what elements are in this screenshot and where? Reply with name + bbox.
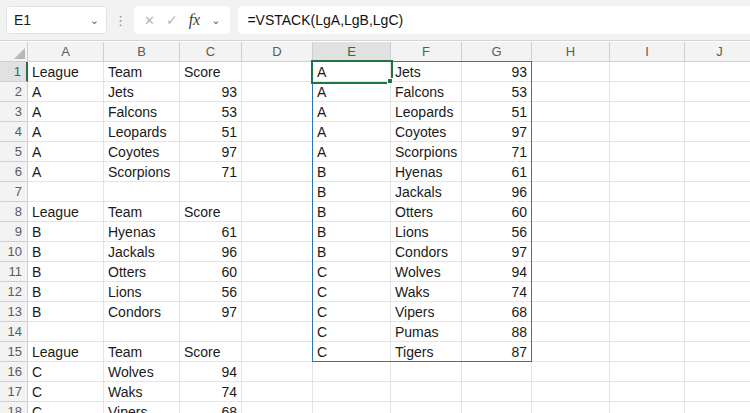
fx-chevron-icon[interactable]: ⌄ xyxy=(211,15,220,26)
cell-J10[interactable] xyxy=(685,242,750,262)
cell-A11[interactable]: B xyxy=(28,262,104,282)
row-header-6[interactable]: 6 xyxy=(0,162,28,182)
cell-G1[interactable]: 93 xyxy=(462,62,532,82)
row-header-3[interactable]: 3 xyxy=(0,102,28,122)
cell-F5[interactable]: Scorpions xyxy=(391,142,462,162)
cell-H4[interactable] xyxy=(532,122,610,142)
cell-F1[interactable]: Jets xyxy=(391,62,462,82)
cell-G8[interactable]: 60 xyxy=(462,202,532,222)
cell-E10[interactable]: B xyxy=(313,242,391,262)
cell-A3[interactable]: A xyxy=(28,102,104,122)
row-header-14[interactable]: 14 xyxy=(0,322,28,342)
cell-I12[interactable] xyxy=(610,282,685,302)
cell-F6[interactable]: Hyenas xyxy=(391,162,462,182)
cell-B2[interactable]: Jets xyxy=(104,82,180,102)
cell-D7[interactable] xyxy=(242,182,313,202)
cell-G11[interactable]: 94 xyxy=(462,262,532,282)
cell-E9[interactable]: B xyxy=(313,222,391,242)
cell-D6[interactable] xyxy=(242,162,313,182)
cell-E1[interactable]: A xyxy=(313,62,391,82)
cell-A6[interactable]: A xyxy=(28,162,104,182)
cell-G7[interactable]: 96 xyxy=(462,182,532,202)
cell-J2[interactable] xyxy=(685,82,750,102)
cell-D12[interactable] xyxy=(242,282,313,302)
cell-F18[interactable] xyxy=(391,402,462,413)
cell-C1[interactable]: Score xyxy=(180,62,242,82)
cell-G2[interactable]: 53 xyxy=(462,82,532,102)
cell-C17[interactable]: 74 xyxy=(180,382,242,402)
cell-H18[interactable] xyxy=(532,402,610,413)
cell-G10[interactable]: 97 xyxy=(462,242,532,262)
cell-D4[interactable] xyxy=(242,122,313,142)
cell-A13[interactable]: B xyxy=(28,302,104,322)
cell-E4[interactable]: A xyxy=(313,122,391,142)
cell-B14[interactable] xyxy=(104,322,180,342)
cell-E5[interactable]: A xyxy=(313,142,391,162)
cell-J5[interactable] xyxy=(685,142,750,162)
cell-I2[interactable] xyxy=(610,82,685,102)
cell-A12[interactable]: B xyxy=(28,282,104,302)
cell-I8[interactable] xyxy=(610,202,685,222)
cell-C6[interactable]: 71 xyxy=(180,162,242,182)
cell-J11[interactable] xyxy=(685,262,750,282)
row-header-17[interactable]: 17 xyxy=(0,382,28,402)
cell-J14[interactable] xyxy=(685,322,750,342)
cell-B5[interactable]: Coyotes xyxy=(104,142,180,162)
cell-D13[interactable] xyxy=(242,302,313,322)
cell-G12[interactable]: 74 xyxy=(462,282,532,302)
cell-G3[interactable]: 51 xyxy=(462,102,532,122)
cell-E17[interactable] xyxy=(313,382,391,402)
cell-H12[interactable] xyxy=(532,282,610,302)
row-header-5[interactable]: 5 xyxy=(0,142,28,162)
cell-B4[interactable]: Leopards xyxy=(104,122,180,142)
row-header-10[interactable]: 10 xyxy=(0,242,28,262)
cell-H8[interactable] xyxy=(532,202,610,222)
cell-F10[interactable]: Condors xyxy=(391,242,462,262)
cell-I16[interactable] xyxy=(610,362,685,382)
cell-C5[interactable]: 97 xyxy=(180,142,242,162)
cell-C18[interactable]: 68 xyxy=(180,402,242,413)
cell-B7[interactable] xyxy=(104,182,180,202)
cell-H13[interactable] xyxy=(532,302,610,322)
cell-E3[interactable]: A xyxy=(313,102,391,122)
cell-I1[interactable] xyxy=(610,62,685,82)
column-header-E[interactable]: E xyxy=(313,42,391,62)
column-header-D[interactable]: D xyxy=(242,42,313,62)
cell-E2[interactable]: A xyxy=(313,82,391,102)
cell-I13[interactable] xyxy=(610,302,685,322)
cell-H16[interactable] xyxy=(532,362,610,382)
cell-I6[interactable] xyxy=(610,162,685,182)
cancel-icon[interactable]: ✕ xyxy=(144,13,155,28)
cell-J13[interactable] xyxy=(685,302,750,322)
cell-A18[interactable]: C xyxy=(28,402,104,413)
cell-G14[interactable]: 88 xyxy=(462,322,532,342)
column-header-G[interactable]: G xyxy=(462,42,532,62)
cell-D18[interactable] xyxy=(242,402,313,413)
cell-G5[interactable]: 71 xyxy=(462,142,532,162)
cell-J12[interactable] xyxy=(685,282,750,302)
cell-G6[interactable]: 61 xyxy=(462,162,532,182)
cell-F14[interactable]: Pumas xyxy=(391,322,462,342)
cell-D9[interactable] xyxy=(242,222,313,242)
cell-J15[interactable] xyxy=(685,342,750,362)
cell-H11[interactable] xyxy=(532,262,610,282)
row-header-9[interactable]: 9 xyxy=(0,222,28,242)
cell-E12[interactable]: C xyxy=(313,282,391,302)
cell-C2[interactable]: 93 xyxy=(180,82,242,102)
cell-I3[interactable] xyxy=(610,102,685,122)
formula-input[interactable]: =VSTACK(LgA,LgB,LgC) xyxy=(238,6,750,34)
cell-H7[interactable] xyxy=(532,182,610,202)
cell-F15[interactable]: Tigers xyxy=(391,342,462,362)
cell-J1[interactable] xyxy=(685,62,750,82)
cell-E14[interactable]: C xyxy=(313,322,391,342)
column-header-I[interactable]: I xyxy=(610,42,685,62)
cell-D1[interactable] xyxy=(242,62,313,82)
cell-I9[interactable] xyxy=(610,222,685,242)
cell-E7[interactable]: B xyxy=(313,182,391,202)
cell-G17[interactable] xyxy=(462,382,532,402)
cell-G15[interactable]: 87 xyxy=(462,342,532,362)
cell-A10[interactable]: B xyxy=(28,242,104,262)
cell-J9[interactable] xyxy=(685,222,750,242)
cell-F16[interactable] xyxy=(391,362,462,382)
cell-J4[interactable] xyxy=(685,122,750,142)
